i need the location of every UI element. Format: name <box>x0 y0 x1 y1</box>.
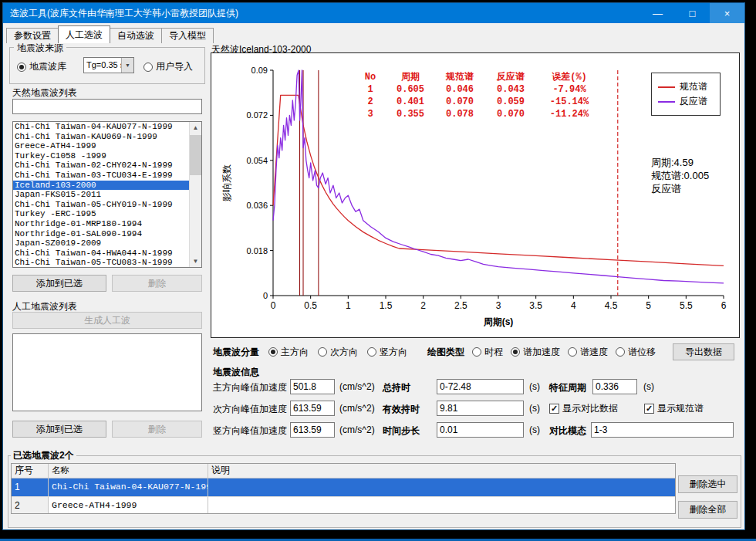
secondary-peak-acc-input[interactable] <box>290 401 335 416</box>
value-cell: No <box>354 72 386 83</box>
delete-all-button[interactable]: 删除全部 <box>678 501 737 519</box>
vertical-peak-acc-input[interactable] <box>290 422 335 438</box>
main-peak-acc-label: 主方向峰值加速度 <box>213 381 287 394</box>
value-cell: 3 <box>354 109 386 120</box>
generate-artificial-wave-button[interactable]: 生成人工波 <box>12 312 202 329</box>
tab-parameter-settings[interactable]: 参数设置 <box>6 28 59 43</box>
readout-line: 反应谱 <box>651 182 709 195</box>
add-to-selected-button[interactable]: 添加到已选 <box>12 275 106 292</box>
add-to-selected-button-2[interactable]: 添加到已选 <box>12 421 106 438</box>
value-cell: 周期 <box>386 72 434 83</box>
radio-label: 谱位移 <box>628 346 656 359</box>
effective-duration-input[interactable] <box>437 401 524 416</box>
effective-duration-unit: (s) <box>529 403 540 414</box>
natural-wave-listbox[interactable]: Chi-Chi Taiwan-04-KAU077-N-1999Chi-Chi T… <box>12 121 202 268</box>
tab-auto-wave-selection[interactable]: 自动选波 <box>110 28 162 43</box>
wave-list-item[interactable]: Japan-FKS015-2011 <box>13 190 190 200</box>
vertical-peak-acc-unit: (cm/s^2) <box>339 424 375 435</box>
delete-selected-button[interactable]: 删除选中 <box>678 475 737 493</box>
table-row[interactable]: 1Chi-Chi Taiwan-04-KAU077-N-1999 <box>12 478 675 497</box>
wave-list-item[interactable]: Turkey -ERC-1995 <box>13 209 190 219</box>
chart-area: 00.0180.0360.0540.0720.0900.511.522.533.… <box>211 52 740 338</box>
wave-list-item[interactable]: Chi-Chi Taiwan-05-TCU083-N-1999 <box>13 258 190 268</box>
radio-secondary-direction[interactable]: 次方向 <box>318 346 358 359</box>
plot-type-radio-group: 时程谱加速度谱速度谱位移 <box>472 346 656 359</box>
wave-list-item[interactable]: Chi-Chi Taiwan-05-CHY019-N-1999 <box>13 200 190 210</box>
radio-spectral-acceleration[interactable]: 谱加速度 <box>511 346 560 359</box>
legend-line-icon <box>658 101 675 103</box>
wave-list-item[interactable]: Turkey-C1058 -1999 <box>13 151 190 161</box>
radio-vertical-direction[interactable]: 竖方向 <box>367 346 407 359</box>
scroll-down-icon[interactable]: ▼ <box>190 255 201 267</box>
table-row[interactable]: 2Greece-ATH4-1999 <box>12 497 675 514</box>
characteristic-period-input[interactable] <box>592 379 637 394</box>
show-compare-checkbox[interactable]: ✓ 显示对比数据 <box>549 402 618 415</box>
radio-main-direction[interactable]: 主方向 <box>268 346 309 359</box>
wave-list-item[interactable]: Northridge-01-MRP180-1994 <box>13 219 190 229</box>
time-step-unit: (s) <box>529 424 540 435</box>
selected-waves-table: 序号 名称 说明 1Chi-Chi Taiwan-04-KAU077-N-199… <box>11 463 676 514</box>
value-cell: 0.070 <box>434 96 485 107</box>
wave-list-item[interactable]: Greece-ATH4-1999 <box>13 141 190 151</box>
wave-component-label: 地震波分量 <box>213 346 259 359</box>
chevron-down-icon[interactable]: ▼ <box>121 58 133 73</box>
radio-dot-icon <box>318 347 327 357</box>
radio-time-history[interactable]: 时程 <box>472 346 503 359</box>
artificial-wave-listbox[interactable] <box>12 333 202 411</box>
svg-text:0: 0 <box>271 300 276 311</box>
legend-entry: 反应谱 <box>658 94 714 109</box>
value-cell: 0.401 <box>386 96 434 107</box>
wave-list-item[interactable]: Iceland-103-2000 <box>13 181 190 191</box>
wave-list-item[interactable]: Chi-Chi Taiwan-02-CHY024-N-1999 <box>13 161 190 171</box>
radio-user-import[interactable]: 用户导入 <box>143 60 193 73</box>
delete-button[interactable]: 删除 <box>112 275 202 292</box>
svg-text:0.036: 0.036 <box>246 201 268 210</box>
maximize-button[interactable]: □ <box>675 3 710 23</box>
total-duration-input[interactable] <box>437 379 524 394</box>
radio-wave-library[interactable]: 地震波库 <box>17 60 66 73</box>
value-cell: 0.078 <box>434 109 485 120</box>
wave-list-item[interactable]: Chi-Chi Taiwan-04-HWA044-N-1999 <box>13 249 190 259</box>
table-cell: 1 <box>12 478 49 496</box>
compare-mode-input[interactable] <box>591 422 734 438</box>
time-step-label: 时间步长 <box>383 424 420 438</box>
close-button[interactable]: × <box>710 3 744 23</box>
tab-import-model[interactable]: 导入模型 <box>161 28 214 43</box>
component-radio-group: 主方向次方向竖方向 <box>268 346 407 359</box>
svg-text:5.5: 5.5 <box>680 300 693 311</box>
table-cell <box>208 478 675 496</box>
tg-combo[interactable]: Tg=0.35 s ▼ <box>83 57 134 73</box>
radio-label: 地震波库 <box>29 60 66 73</box>
delete-button-2[interactable]: 删除 <box>112 421 202 438</box>
radio-label: 谱加速度 <box>523 346 560 359</box>
radio-label: 次方向 <box>330 346 358 359</box>
main-peak-acc-input[interactable] <box>290 379 335 394</box>
svg-text:3.5: 3.5 <box>529 300 542 311</box>
svg-text:4: 4 <box>571 300 576 311</box>
scroll-up-icon[interactable]: ▲ <box>190 122 201 134</box>
svg-text:3: 3 <box>496 300 501 311</box>
svg-text:2: 2 <box>420 300 426 311</box>
time-step-input[interactable] <box>437 422 524 438</box>
wave-list-item[interactable]: Chi-Chi Taiwan-03-TCU034-E-1999 <box>13 171 190 181</box>
radio-dot-icon <box>268 347 278 357</box>
wave-list-item[interactable]: Japan-SZ0019-2009 <box>13 238 190 249</box>
radio-spectral-velocity[interactable]: 谱速度 <box>568 346 608 359</box>
value-cell: 误差(%) <box>536 72 602 83</box>
wave-list-item[interactable]: Chi-Chi Taiwan-KAU069-N-1999 <box>13 132 190 142</box>
tab-manual-wave-selection[interactable]: 人工选波 <box>58 25 110 43</box>
radio-dot-icon <box>616 347 625 357</box>
combo-value: Tg=0.35 s <box>84 58 121 73</box>
wave-list-item[interactable]: Northridge-01-SAL090-1994 <box>13 229 190 239</box>
minimize-button[interactable]: — <box>640 3 675 23</box>
wave-list-item[interactable]: Chi-Chi Taiwan-04-KAU077-N-1999 <box>13 122 190 132</box>
show-code-spectrum-checkbox[interactable]: ✓ 显示规范谱 <box>644 402 704 415</box>
scrollbar[interactable]: ▲ ▼ <box>189 122 201 267</box>
radio-spectral-displacement[interactable]: 谱位移 <box>616 346 656 359</box>
scrollbar-thumb[interactable] <box>190 135 201 175</box>
wave-filter-input[interactable] <box>12 99 202 114</box>
radio-dot-icon <box>568 347 577 357</box>
characteristic-period-label: 特征周期 <box>549 381 586 394</box>
info-row: 竖方向峰值加速度 (cm/s^2) 时间步长 (s) 对比模态 <box>213 422 737 438</box>
export-data-button[interactable]: 导出数据 <box>673 343 734 360</box>
